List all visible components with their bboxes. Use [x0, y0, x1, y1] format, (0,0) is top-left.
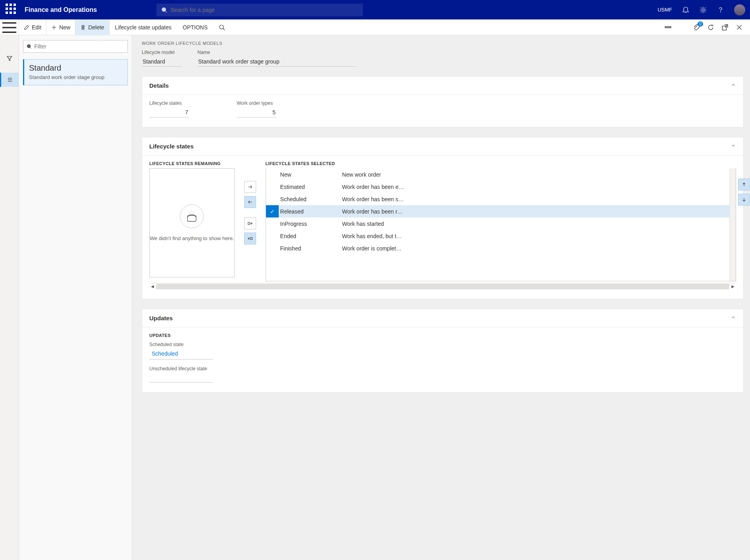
move-down-button[interactable] [738, 194, 750, 206]
state-row[interactable]: InProgressWork has started [266, 217, 736, 230]
avatar[interactable] [734, 4, 745, 15]
empty-icon [180, 204, 204, 228]
action-search-icon[interactable] [213, 19, 231, 35]
state-row[interactable]: FinishedWork order is complet… [266, 242, 736, 254]
bell-icon[interactable] [682, 6, 690, 14]
attach-icon[interactable]: 0 [693, 24, 700, 31]
nav-toggle-icon[interactable] [0, 19, 19, 35]
filter-icon[interactable] [0, 51, 19, 65]
svg-rect-2 [13, 4, 16, 6]
new-button[interactable]: New [46, 19, 75, 35]
company-selector[interactable]: USMF [657, 7, 672, 13]
lifecycle-updates-button[interactable]: Lifecycle state updates [110, 19, 177, 35]
fasttab-updates: Updates UPDATES Scheduled state Schedule… [142, 309, 744, 393]
delete-label: Delete [88, 24, 104, 31]
fasttab-updates-header[interactable]: Updates [142, 309, 743, 327]
name-value[interactable]: Standard work order stage group [197, 57, 356, 67]
svg-rect-39 [248, 222, 249, 224]
scheduled-state-value[interactable]: Scheduled [149, 349, 213, 360]
app-title: Finance and Operations [25, 6, 97, 13]
chevron-up-icon [731, 82, 736, 89]
unscheduled-state-value[interactable] [149, 373, 213, 383]
edit-button[interactable]: Edit [19, 19, 46, 35]
state-row[interactable]: EstimatedWork order has been e… [266, 181, 736, 193]
state-name: New [279, 171, 342, 178]
scheduled-state-label: Scheduled state [149, 342, 736, 347]
move-up-button[interactable] [738, 179, 750, 191]
filter-box[interactable] [23, 40, 128, 53]
close-icon[interactable] [736, 24, 743, 31]
svg-rect-4 [10, 8, 12, 10]
state-row[interactable]: ScheduledWork order has been s… [266, 193, 736, 205]
refresh-icon[interactable] [707, 24, 714, 31]
move-all-left-button[interactable] [244, 233, 256, 244]
list-view-icon[interactable] [0, 73, 19, 87]
svg-point-29 [27, 44, 31, 48]
help-icon[interactable] [717, 6, 725, 14]
svg-point-9 [162, 8, 166, 12]
chevron-up-icon [731, 143, 736, 150]
svg-rect-20 [665, 26, 666, 27]
search-box[interactable] [156, 4, 363, 16]
lifecycle-model-value[interactable]: Standard [142, 57, 181, 67]
gear-icon[interactable] [699, 6, 707, 14]
move-all-right-button[interactable] [244, 217, 256, 229]
state-row[interactable]: NewNew work order [266, 168, 736, 181]
fasttab-details: Details Lifecycle states 7 Work order ty… [142, 76, 744, 127]
state-row[interactable]: EndedWork has ended, but t… [266, 230, 736, 242]
svg-rect-41 [250, 237, 252, 239]
state-desc: Work order has been r… [342, 208, 736, 215]
state-desc: Work order has been e… [342, 184, 736, 190]
state-name: Released [279, 208, 342, 215]
scrollbar[interactable] [729, 168, 736, 281]
popout-icon[interactable] [721, 24, 729, 31]
lifecycle-states-count-label: Lifecycle states [149, 100, 189, 106]
updates-group-label: UPDATES [149, 333, 736, 338]
empty-text: We didn't find anything to show here. [150, 235, 234, 241]
work-order-types-label: Work order types [237, 100, 276, 106]
svg-rect-3 [6, 8, 8, 10]
fasttab-states-header[interactable]: Lifecycle states [142, 137, 743, 156]
state-desc: Work order is complet… [342, 245, 736, 252]
svg-point-33 [191, 211, 192, 212]
app-launcher-icon[interactable] [5, 3, 17, 17]
page-section-label: WORK ORDER LIFECYCLE MODELS [142, 41, 744, 46]
row-checkbox[interactable]: ✓ [266, 205, 279, 217]
svg-line-30 [30, 47, 31, 48]
selected-list: NewNew work orderEstimatedWork order has… [266, 168, 736, 281]
name-label: Name [197, 50, 356, 55]
svg-rect-8 [13, 12, 16, 14]
office-icon[interactable] [679, 24, 686, 31]
state-desc: New work order [342, 171, 736, 178]
svg-rect-5 [13, 8, 16, 10]
work-order-types-value[interactable]: 5 [237, 108, 276, 117]
details-title: Details [149, 82, 169, 89]
list-item-subtitle: Standard work order stage group [29, 74, 123, 80]
svg-point-32 [189, 212, 190, 212]
list-item[interactable]: Standard Standard work order stage group [23, 59, 128, 85]
chevron-up-icon [731, 315, 736, 321]
options-button[interactable]: OPTIONS [177, 19, 213, 35]
h-scrollbar[interactable]: ◀▶ [149, 283, 736, 289]
attach-badge: 0 [698, 21, 703, 27]
remaining-heading: LIFECYCLE STATES REMAINING [149, 161, 235, 166]
svg-point-34 [194, 212, 195, 212]
personalize-icon[interactable] [664, 24, 671, 31]
lifecycle-states-count-value[interactable]: 7 [149, 108, 189, 117]
lifecycle-model-label: Lifecycle model [142, 50, 181, 55]
move-right-button[interactable] [244, 181, 256, 193]
state-row[interactable]: ✓ReleasedWork order has been r… [266, 205, 736, 217]
search-input[interactable] [171, 7, 359, 13]
svg-point-18 [220, 25, 224, 29]
unscheduled-state-label: Unscheduled lifecycle state [149, 366, 736, 371]
svg-line-19 [223, 29, 225, 30]
delete-button[interactable]: Delete [75, 19, 109, 35]
state-desc: Work order has been s… [342, 196, 736, 202]
state-name: Estimated [279, 184, 342, 190]
fasttab-states: Lifecycle states LIFECYCLE STATES REMAIN… [142, 137, 744, 299]
fasttab-details-header[interactable]: Details [142, 77, 743, 95]
states-title: Lifecycle states [149, 143, 194, 150]
move-left-button[interactable] [244, 196, 256, 208]
svg-point-35 [191, 213, 191, 214]
filter-input[interactable] [34, 43, 124, 50]
